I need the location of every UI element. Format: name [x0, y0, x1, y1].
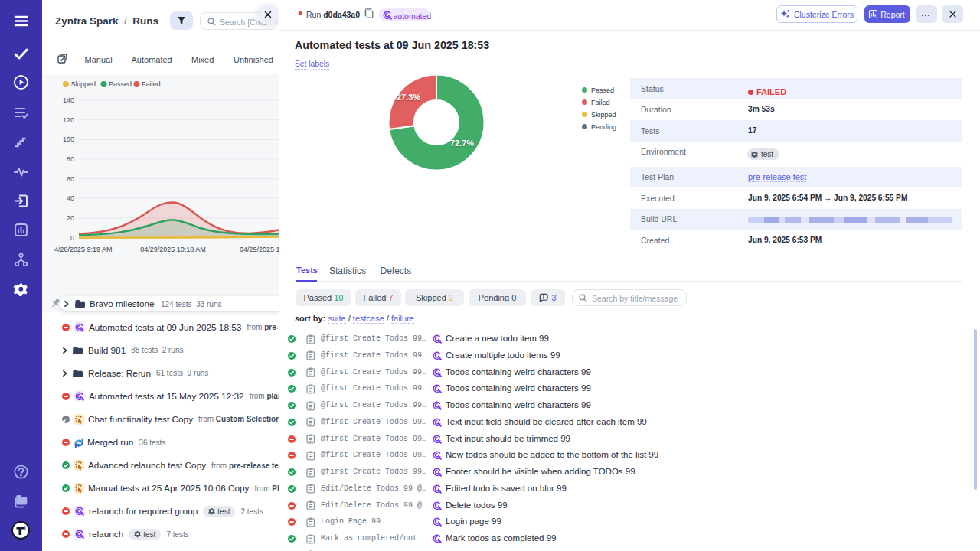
- svg-text:27.3%: 27.3%: [397, 93, 420, 102]
- svg-text:Failed: Failed: [142, 80, 161, 88]
- svg-text:Passed: Passed: [109, 80, 132, 88]
- svg-text:04/29/2025 10:18 AM: 04/29/2025 10:18 AM: [140, 246, 206, 253]
- svg-text:4/28/2025 9:19 AM: 4/28/2025 9:19 AM: [54, 246, 113, 253]
- svg-text:Skipped: Skipped: [71, 80, 96, 88]
- svg-text:80: 80: [67, 155, 74, 163]
- svg-text:60: 60: [67, 175, 74, 183]
- svg-text:04/29/2025 10: 04/29/2025 10: [240, 246, 279, 253]
- svg-text:0: 0: [70, 234, 74, 242]
- svg-text:100: 100: [63, 135, 74, 143]
- svg-text:140: 140: [63, 96, 74, 104]
- svg-text:120: 120: [63, 116, 74, 124]
- svg-text:72.7%: 72.7%: [450, 139, 474, 148]
- svg-text:40: 40: [67, 194, 74, 202]
- svg-text:20: 20: [67, 214, 74, 222]
